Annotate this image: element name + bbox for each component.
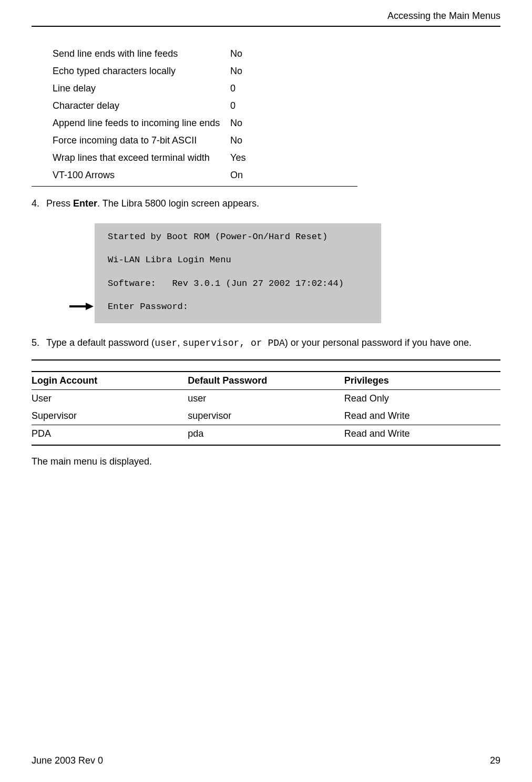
login-table-rule <box>32 445 500 446</box>
footer-date: June 2003 Rev 0 <box>32 755 103 766</box>
text: Type a default password ( <box>46 337 155 348</box>
setting-label: Wrap lines that exceed terminal width <box>53 149 230 167</box>
setting-label: Send line ends with line feeds <box>53 45 230 63</box>
terminal-container: Started by Boot ROM (Power-On/Hard Reset… <box>95 223 500 323</box>
terminal-line: Enter Password: <box>108 302 188 312</box>
table-row: Append line feeds to incoming line endsN… <box>53 115 347 132</box>
text: Press <box>46 198 73 209</box>
arrow-icon <box>68 301 95 314</box>
terminal-line: Software: Rev 3.0.1 (Jun 27 2002 17:02:4… <box>108 279 344 289</box>
text: ) or your personal password if you have … <box>285 337 472 348</box>
step-text: Type a default password (user, superviso… <box>46 336 500 350</box>
setting-label: Append line feeds to incoming line ends <box>53 115 230 132</box>
table-row: User user Read Only <box>32 390 500 408</box>
svg-marker-1 <box>86 303 94 310</box>
header-rule <box>32 26 500 27</box>
setting-value: On <box>230 167 347 184</box>
login-table: Login Account Default Password Privilege… <box>32 371 500 443</box>
cell-password: supervisor <box>188 407 344 425</box>
cell-account: User <box>32 390 188 408</box>
setting-label: VT-100 Arrows <box>53 167 230 184</box>
mono-text: user <box>155 338 177 348</box>
setting-value: No <box>230 63 347 80</box>
cell-privileges: Read Only <box>344 390 500 408</box>
setting-value: 0 <box>230 80 347 97</box>
mono-text: supervisor, or PDA <box>182 338 284 348</box>
table-row: Line delay0 <box>53 80 347 97</box>
bold-text: Enter <box>73 198 97 209</box>
settings-table-rule <box>32 186 357 187</box>
page-footer: June 2003 Rev 0 29 <box>32 755 500 766</box>
setting-value: No <box>230 115 347 132</box>
step-number: 5. <box>32 336 46 350</box>
setting-label: Line delay <box>53 80 230 97</box>
footer-page-number: 29 <box>490 755 500 766</box>
settings-table: Send line ends with line feedsNo Echo ty… <box>53 45 347 184</box>
table-row: Wrap lines that exceed terminal widthYes <box>53 149 347 167</box>
step-4: 4. Press Enter. The Libra 5800 login scr… <box>32 197 500 210</box>
table-header-row: Login Account Default Password Privilege… <box>32 372 500 390</box>
step-text: Press Enter. The Libra 5800 login screen… <box>46 197 500 210</box>
setting-value: Yes <box>230 149 347 167</box>
col-header-password: Default Password <box>188 372 344 390</box>
table-row: Send line ends with line feedsNo <box>53 45 347 63</box>
terminal-screen: Started by Boot ROM (Power-On/Hard Reset… <box>95 223 381 323</box>
text: , <box>177 337 182 348</box>
table-row: Supervisor supervisor Read and Write <box>32 407 500 425</box>
table-row: Echo typed characters locallyNo <box>53 63 347 80</box>
cell-account: Supervisor <box>32 407 188 425</box>
text: . The Libra 5800 login screen appears. <box>97 198 259 209</box>
cell-password: user <box>188 390 344 408</box>
terminal-line: Started by Boot ROM (Power-On/Hard Reset… <box>108 232 328 242</box>
cell-password: pda <box>188 425 344 443</box>
body-text: The main menu is displayed. <box>32 456 500 467</box>
step-number: 4. <box>32 197 46 210</box>
setting-value: 0 <box>230 97 347 115</box>
setting-value: No <box>230 132 347 149</box>
table-top-rule <box>32 359 500 362</box>
terminal-line: Wi-LAN Libra Login Menu <box>108 255 231 265</box>
step-5: 5. Type a default password (user, superv… <box>32 336 500 350</box>
col-header-account: Login Account <box>32 372 188 390</box>
setting-label: Echo typed characters locally <box>53 63 230 80</box>
cell-account: PDA <box>32 425 188 443</box>
cell-privileges: Read and Write <box>344 407 500 425</box>
table-row: PDA pda Read and Write <box>32 425 500 443</box>
cell-privileges: Read and Write <box>344 425 500 443</box>
setting-label: Force incoming data to 7-bit ASCII <box>53 132 230 149</box>
table-row: Character delay0 <box>53 97 347 115</box>
setting-label: Character delay <box>53 97 230 115</box>
col-header-privileges: Privileges <box>344 372 500 390</box>
setting-value: No <box>230 45 347 63</box>
table-row: VT-100 ArrowsOn <box>53 167 347 184</box>
header-section-title: Accessing the Main Menus <box>32 11 500 22</box>
table-row: Force incoming data to 7-bit ASCIINo <box>53 132 347 149</box>
